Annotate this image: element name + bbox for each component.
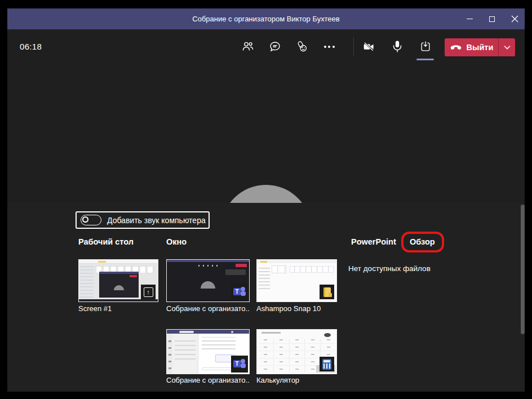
- microphone-icon: [392, 40, 403, 54]
- teams-app-badge: T: [231, 356, 248, 373]
- teams-meeting-window: Собрание с организатором Виктор Бухтеев …: [7, 8, 525, 392]
- share-thumbnail-screen1[interactable]: ↑: [78, 259, 158, 302]
- toolbar-left-icons: [242, 40, 335, 54]
- chat-icon: [269, 41, 281, 53]
- share-tray-panel: Добавить звук компьютера Рабочий стол Ок…: [7, 203, 525, 392]
- toggle-switch-icon: [81, 215, 101, 225]
- thumbnail-label: Калькулятор: [256, 376, 337, 384]
- maximize-icon: [489, 16, 495, 22]
- more-options-button[interactable]: [323, 40, 335, 54]
- leave-button-group: Выйти: [445, 38, 515, 56]
- titlebar: Собрание с организатором Виктор Бухтеев: [7, 8, 525, 29]
- hang-up-icon: [450, 44, 462, 51]
- participants-button[interactable]: [242, 40, 254, 54]
- teams-logo-icon: T: [233, 359, 246, 369]
- share-tray-button[interactable]: [419, 40, 432, 54]
- leave-button[interactable]: Выйти: [445, 38, 498, 56]
- computer-sound-toggle-label: Добавить звук компьютера: [107, 216, 206, 225]
- window-title: Собрание с организатором Виктор Бухтеев: [192, 15, 339, 23]
- folder-icon: [323, 287, 331, 297]
- share-active-underline: [416, 59, 434, 60]
- window-controls: [465, 8, 519, 29]
- thumbnail-label: Ashampoo Snap 10: [256, 304, 337, 313]
- participant-avatar: [221, 185, 311, 203]
- chat-button[interactable]: [269, 40, 281, 54]
- leave-button-label: Выйти: [467, 43, 494, 52]
- share-arrow-icon: ↑: [144, 287, 153, 297]
- camera-off-icon: [363, 41, 375, 53]
- more-options-icon: [324, 46, 335, 48]
- share-thumbnail-meeting-window[interactable]: T: [166, 259, 250, 302]
- participants-icon: [242, 41, 254, 53]
- close-button[interactable]: [510, 15, 519, 24]
- share-thumbnail-ashampoo[interactable]: [256, 259, 337, 302]
- share-thumbnail-calculator[interactable]: [256, 329, 337, 374]
- leave-options-button[interactable]: [498, 38, 515, 56]
- thumbnail-label: Screen #1: [78, 304, 158, 313]
- toolbar-right-icons: [363, 40, 432, 54]
- video-stage: [7, 65, 525, 203]
- tray-scrollbar[interactable]: [521, 205, 525, 334]
- camera-toggle-button[interactable]: [363, 40, 375, 54]
- reactions-icon: [296, 41, 308, 53]
- microphone-toggle-button[interactable]: [391, 40, 404, 54]
- share-tray-icon: [419, 40, 432, 54]
- teams-logo-icon: T: [233, 287, 246, 297]
- minimize-icon: [467, 19, 473, 19]
- screen-share-badge: ↑: [141, 285, 156, 299]
- section-header-window: Окно: [166, 237, 187, 246]
- close-icon: [511, 15, 518, 23]
- share-thumbnail-teams-app[interactable]: T: [166, 329, 250, 374]
- annotation-highlight: [401, 232, 444, 252]
- folder-badge: [320, 285, 334, 299]
- meeting-toolbar: 06:18: [7, 29, 525, 65]
- calculator-icon: [322, 359, 331, 370]
- computer-sound-toggle[interactable]: Добавить звук компьютера: [76, 211, 210, 229]
- powerpoint-empty-text: Нет доступных файлов: [348, 264, 431, 273]
- meeting-timer: 06:18: [20, 42, 42, 51]
- minimize-button[interactable]: [465, 15, 474, 24]
- teams-app-badge: T: [231, 283, 248, 300]
- chevron-down-icon: [503, 45, 511, 50]
- thumbnail-label: Собрание с организато...: [166, 304, 250, 313]
- section-header-desktop: Рабочий стол: [78, 237, 134, 246]
- thumbnail-label: Собрание с организато...: [166, 376, 250, 384]
- maximize-button[interactable]: [487, 15, 496, 24]
- calculator-badge: [320, 357, 334, 371]
- section-header-powerpoint: PowerPoint: [351, 237, 396, 246]
- reactions-button[interactable]: [296, 40, 308, 54]
- toolbar-divider: [353, 37, 354, 56]
